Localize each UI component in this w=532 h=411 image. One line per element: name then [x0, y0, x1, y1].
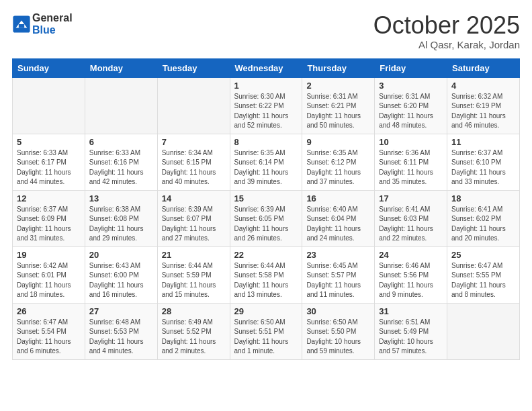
- day-number: 28: [162, 306, 226, 316]
- day-number: 9: [306, 137, 370, 147]
- day-info: Sunrise: 6:38 AMSunset: 6:08 PMDaylight:…: [89, 205, 153, 244]
- calendar-cell: 13Sunrise: 6:38 AMSunset: 6:08 PMDayligh…: [85, 190, 157, 246]
- day-info: Sunrise: 6:51 AMSunset: 5:49 PMDaylight:…: [379, 318, 443, 357]
- day-number: 17: [379, 193, 443, 203]
- day-number: 27: [89, 306, 153, 316]
- weekday-header-wednesday: Wednesday: [230, 58, 302, 77]
- day-number: 25: [451, 250, 515, 260]
- calendar-cell: 24Sunrise: 6:46 AMSunset: 5:56 PMDayligh…: [375, 246, 447, 303]
- location: Al Qasr, Karak, Jordan: [373, 39, 520, 50]
- calendar-cell: 17Sunrise: 6:41 AMSunset: 6:03 PMDayligh…: [375, 190, 447, 246]
- logo-icon: [12, 15, 31, 34]
- day-number: 11: [451, 137, 515, 147]
- day-number: 2: [306, 81, 370, 91]
- calendar-cell: 27Sunrise: 6:48 AMSunset: 5:53 PMDayligh…: [85, 303, 157, 359]
- day-info: Sunrise: 6:31 AMSunset: 6:20 PMDaylight:…: [379, 92, 443, 131]
- day-number: 19: [17, 250, 81, 260]
- day-number: 22: [234, 250, 298, 260]
- calendar-cell: 22Sunrise: 6:44 AMSunset: 5:58 PMDayligh…: [230, 246, 302, 303]
- day-info: Sunrise: 6:50 AMSunset: 5:50 PMDaylight:…: [306, 318, 370, 357]
- month-title: October 2025: [373, 12, 520, 39]
- calendar-cell: 1Sunrise: 6:30 AMSunset: 6:22 PMDaylight…: [230, 77, 302, 134]
- day-info: Sunrise: 6:43 AMSunset: 6:00 PMDaylight:…: [89, 261, 153, 300]
- day-number: 1: [234, 81, 298, 91]
- day-info: Sunrise: 6:39 AMSunset: 6:05 PMDaylight:…: [234, 205, 298, 244]
- day-number: 20: [89, 250, 153, 260]
- day-info: Sunrise: 6:44 AMSunset: 5:58 PMDaylight:…: [234, 261, 298, 300]
- page: General Blue October 2025 Al Qasr, Karak…: [0, 0, 532, 411]
- day-info: Sunrise: 6:47 AMSunset: 5:54 PMDaylight:…: [17, 318, 81, 357]
- title-block: October 2025 Al Qasr, Karak, Jordan: [373, 12, 520, 50]
- calendar-cell: 2Sunrise: 6:31 AMSunset: 6:21 PMDaylight…: [302, 77, 375, 134]
- calendar-week-row: 19Sunrise: 6:42 AMSunset: 6:01 PMDayligh…: [13, 246, 520, 303]
- calendar-table: SundayMondayTuesdayWednesdayThursdayFrid…: [12, 58, 520, 360]
- calendar-cell: 3Sunrise: 6:31 AMSunset: 6:20 PMDaylight…: [375, 77, 447, 134]
- calendar-cell: 5Sunrise: 6:33 AMSunset: 6:17 PMDaylight…: [13, 134, 85, 190]
- day-info: Sunrise: 6:33 AMSunset: 6:17 PMDaylight:…: [17, 148, 81, 187]
- day-info: Sunrise: 6:35 AMSunset: 6:14 PMDaylight:…: [234, 148, 298, 187]
- day-number: 6: [89, 137, 153, 147]
- day-info: Sunrise: 6:49 AMSunset: 5:52 PMDaylight:…: [162, 318, 226, 357]
- day-info: Sunrise: 6:44 AMSunset: 5:59 PMDaylight:…: [162, 261, 226, 300]
- day-info: Sunrise: 6:45 AMSunset: 5:57 PMDaylight:…: [306, 261, 370, 300]
- weekday-header-monday: Monday: [85, 58, 157, 77]
- calendar-cell: 12Sunrise: 6:37 AMSunset: 6:09 PMDayligh…: [13, 190, 85, 246]
- day-number: 26: [17, 306, 81, 316]
- day-number: 3: [379, 81, 443, 91]
- day-info: Sunrise: 6:33 AMSunset: 6:16 PMDaylight:…: [89, 148, 153, 187]
- calendar-cell: 9Sunrise: 6:35 AMSunset: 6:12 PMDaylight…: [302, 134, 375, 190]
- day-info: Sunrise: 6:47 AMSunset: 5:55 PMDaylight:…: [451, 261, 515, 300]
- day-info: Sunrise: 6:37 AMSunset: 6:10 PMDaylight:…: [451, 148, 515, 187]
- calendar-cell: 14Sunrise: 6:39 AMSunset: 6:07 PMDayligh…: [157, 190, 230, 246]
- day-number: 18: [451, 193, 515, 203]
- day-number: 13: [89, 193, 153, 203]
- day-info: Sunrise: 6:34 AMSunset: 6:15 PMDaylight:…: [162, 148, 226, 187]
- weekday-header-sunday: Sunday: [13, 58, 85, 77]
- calendar-cell: 11Sunrise: 6:37 AMSunset: 6:10 PMDayligh…: [447, 134, 520, 190]
- day-info: Sunrise: 6:32 AMSunset: 6:19 PMDaylight:…: [451, 92, 515, 131]
- logo-blue: Blue: [32, 24, 56, 36]
- day-number: 30: [306, 306, 370, 316]
- weekday-header-saturday: Saturday: [447, 58, 520, 77]
- calendar-cell: 7Sunrise: 6:34 AMSunset: 6:15 PMDaylight…: [157, 134, 230, 190]
- day-number: 29: [234, 306, 298, 316]
- day-number: 14: [162, 193, 226, 203]
- logo-general: General: [32, 12, 73, 24]
- logo: General Blue: [12, 12, 73, 36]
- calendar-cell: [85, 77, 157, 134]
- day-info: Sunrise: 6:50 AMSunset: 5:51 PMDaylight:…: [234, 318, 298, 357]
- day-number: 23: [306, 250, 370, 260]
- calendar-cell: [13, 77, 85, 134]
- day-info: Sunrise: 6:30 AMSunset: 6:22 PMDaylight:…: [234, 92, 298, 131]
- calendar-cell: 21Sunrise: 6:44 AMSunset: 5:59 PMDayligh…: [157, 246, 230, 303]
- calendar-cell: [157, 77, 230, 134]
- day-number: 4: [451, 81, 515, 91]
- calendar-cell: 15Sunrise: 6:39 AMSunset: 6:05 PMDayligh…: [230, 190, 302, 246]
- calendar-cell: 25Sunrise: 6:47 AMSunset: 5:55 PMDayligh…: [447, 246, 520, 303]
- calendar-week-row: 1Sunrise: 6:30 AMSunset: 6:22 PMDaylight…: [13, 77, 520, 134]
- day-info: Sunrise: 6:36 AMSunset: 6:11 PMDaylight:…: [379, 148, 443, 187]
- day-info: Sunrise: 6:35 AMSunset: 6:12 PMDaylight:…: [306, 148, 370, 187]
- calendar-cell: 8Sunrise: 6:35 AMSunset: 6:14 PMDaylight…: [230, 134, 302, 190]
- day-number: 15: [234, 193, 298, 203]
- day-info: Sunrise: 6:42 AMSunset: 6:01 PMDaylight:…: [17, 261, 81, 300]
- calendar-cell: 19Sunrise: 6:42 AMSunset: 6:01 PMDayligh…: [13, 246, 85, 303]
- day-info: Sunrise: 6:37 AMSunset: 6:09 PMDaylight:…: [17, 205, 81, 244]
- calendar-week-row: 26Sunrise: 6:47 AMSunset: 5:54 PMDayligh…: [13, 303, 520, 359]
- day-info: Sunrise: 6:48 AMSunset: 5:53 PMDaylight:…: [89, 318, 153, 357]
- day-number: 24: [379, 250, 443, 260]
- day-number: 7: [162, 137, 226, 147]
- day-number: 16: [306, 193, 370, 203]
- calendar-cell: 20Sunrise: 6:43 AMSunset: 6:00 PMDayligh…: [85, 246, 157, 303]
- calendar-cell: 23Sunrise: 6:45 AMSunset: 5:57 PMDayligh…: [302, 246, 375, 303]
- day-number: 21: [162, 250, 226, 260]
- day-info: Sunrise: 6:40 AMSunset: 6:04 PMDaylight:…: [306, 205, 370, 244]
- calendar-cell: 6Sunrise: 6:33 AMSunset: 6:16 PMDaylight…: [85, 134, 157, 190]
- day-number: 31: [379, 306, 443, 316]
- day-info: Sunrise: 6:31 AMSunset: 6:21 PMDaylight:…: [306, 92, 370, 131]
- calendar-cell: 29Sunrise: 6:50 AMSunset: 5:51 PMDayligh…: [230, 303, 302, 359]
- day-info: Sunrise: 6:39 AMSunset: 6:07 PMDaylight:…: [162, 205, 226, 244]
- calendar-cell: 26Sunrise: 6:47 AMSunset: 5:54 PMDayligh…: [13, 303, 85, 359]
- day-number: 12: [17, 193, 81, 203]
- weekday-header-tuesday: Tuesday: [157, 58, 230, 77]
